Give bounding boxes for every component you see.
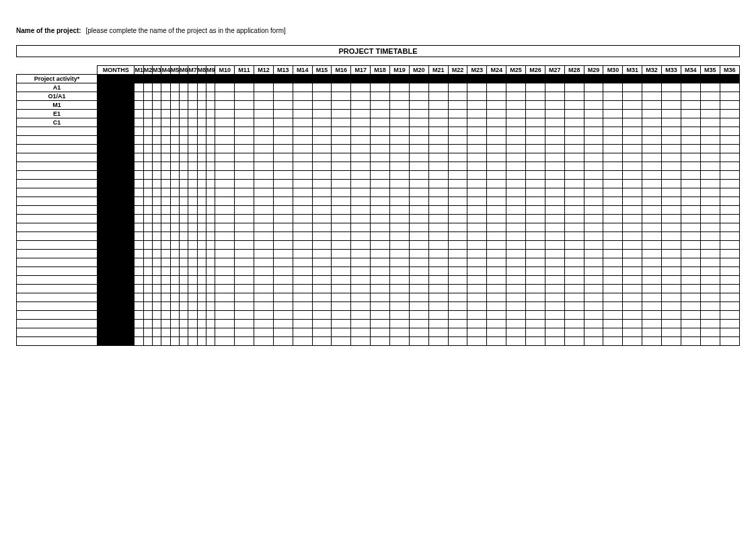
month-header-m8: M8 [197,66,206,75]
grid-cell [700,127,720,136]
grid-cell [428,267,448,276]
grid-cell [720,127,739,136]
grid-cell [293,153,312,162]
grid-cell [564,127,584,136]
grid-cell [170,328,179,337]
grid-cell [161,188,170,197]
grid-cell [467,285,487,293]
grid-cell [700,328,720,337]
grid-cell [603,302,623,311]
grid-cell [215,136,235,145]
activity-cell-empty [17,302,98,311]
grid-cell [254,101,273,110]
grid-cell [235,250,254,258]
grid-cell [197,241,206,250]
grid-cell [197,188,206,197]
grid-cell [170,136,179,145]
grid-cell [180,328,188,337]
grid-cell [135,92,143,101]
grid-cell [409,83,428,92]
grid-cell [603,320,623,328]
grid-cell [545,188,564,197]
grid-cell [170,206,179,215]
grid-cell [623,101,642,110]
grid-cell [254,311,273,320]
grid-cell [135,320,143,328]
grid-cell [143,197,152,206]
grid-cell [545,110,564,118]
grid-cell [312,188,332,197]
grid-cell [564,145,584,153]
grid-cell [467,241,487,250]
grid-cell [448,276,467,285]
grid-cell [545,293,564,302]
grid-cell [273,118,293,127]
grid-cell [448,267,467,276]
grid-cell [526,337,545,346]
grid-cell [720,188,739,197]
grid-cell [584,153,603,162]
month-header-m30: M30 [603,66,623,75]
grid-cell [584,276,603,285]
grid-cell [161,101,170,110]
grid-cell [371,153,390,162]
activity-cell-empty [17,223,98,232]
grid-cell [642,311,662,320]
grid-cell [526,83,545,92]
activity-cell: M1 [17,101,98,110]
grid-cell [564,276,584,285]
months-col-black [97,83,135,92]
grid-cell [143,145,152,153]
grid-cell [161,136,170,145]
month-header-m14: M14 [293,66,312,75]
grid-cell [371,171,390,180]
grid-cell [390,162,410,171]
grid-cell [467,110,487,118]
grid-cell [448,83,467,92]
black-cell [584,75,603,83]
grid-cell [180,223,188,232]
grid-cell [467,145,487,153]
grid-cell [143,153,152,162]
month-header-m32: M32 [642,66,662,75]
table-row [17,337,740,346]
grid-cell [390,223,410,232]
grid-cell [720,320,739,328]
project-name-row: Name of the project: [please complete th… [16,27,740,34]
grid-cell [526,293,545,302]
table-row [17,197,740,206]
grid-cell [351,337,371,346]
grid-cell [332,127,351,136]
grid-cell [180,83,188,92]
grid-cell [448,145,467,153]
grid-cell [371,302,390,311]
grid-cell [487,232,506,241]
grid-cell [623,206,642,215]
grid-cell [700,180,720,188]
grid-cell [700,136,720,145]
grid-cell [681,127,700,136]
grid-cell [351,162,371,171]
grid-cell [506,311,526,320]
grid-cell [409,320,428,328]
grid-cell [642,337,662,346]
grid-cell [206,328,215,337]
months-col-black [97,232,135,241]
activity-header-row: Project activity* [17,75,740,83]
grid-cell [720,258,739,267]
months-col-black [97,162,135,171]
grid-cell [235,232,254,241]
grid-cell [235,285,254,293]
black-cell [235,75,254,83]
grid-cell [153,92,161,101]
grid-cell [409,250,428,258]
grid-cell [273,285,293,293]
table-row [17,153,740,162]
month-header-m5: M5 [170,66,179,75]
grid-cell [564,320,584,328]
grid-cell [215,241,235,250]
grid-cell [351,258,371,267]
grid-cell [254,241,273,250]
black-cell [700,75,720,83]
grid-cell [293,293,312,302]
